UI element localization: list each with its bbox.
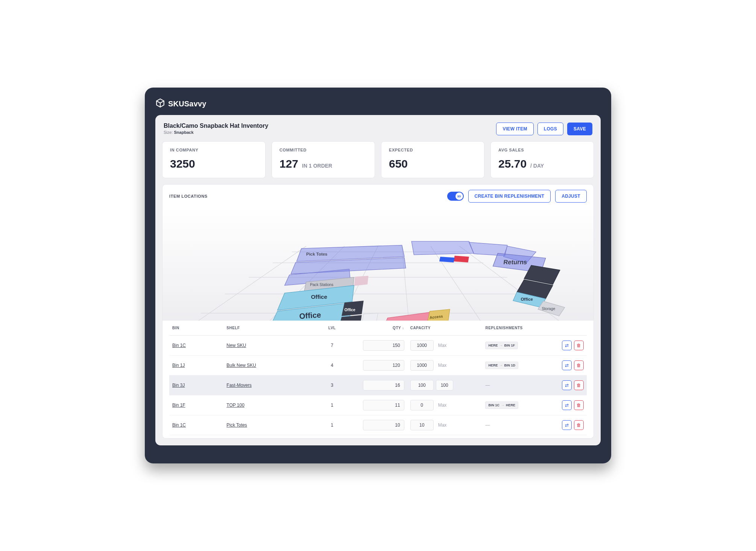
replenishment-badge[interactable]: HERE→BIN 1D xyxy=(485,362,518,369)
svg-text:Storage: Storage xyxy=(542,307,555,311)
logs-button[interactable]: LOGS xyxy=(537,123,563,135)
shelf-link[interactable]: TOP 100 xyxy=(226,403,244,408)
bin-link[interactable]: Bin 1J xyxy=(172,363,185,368)
cube-icon xyxy=(155,98,165,110)
trash-icon: 🗑 xyxy=(577,383,581,388)
qty-input[interactable]: 120 xyxy=(363,360,404,371)
svg-text:Pack Stations: Pack Stations xyxy=(310,283,333,287)
capacity-input[interactable]: 1000 xyxy=(410,340,434,351)
arrow-right-icon: → xyxy=(499,344,502,347)
toggle-3d[interactable]: 3D xyxy=(447,192,464,201)
col-shelf[interactable]: SHELF xyxy=(223,321,315,336)
transfer-button[interactable]: ⇄ xyxy=(562,420,572,430)
page-subtitle: Size: Snapback xyxy=(164,130,268,135)
svg-text:Pick Totes: Pick Totes xyxy=(306,252,327,256)
transfer-icon: ⇄ xyxy=(565,343,569,348)
locations-panel: ITEM LOCATIONS 3D CREATE BIN REPLENISHME… xyxy=(162,184,594,439)
trash-icon: 🗑 xyxy=(577,343,581,348)
replenishment-badge[interactable]: HERE→BIN 1F xyxy=(485,342,518,349)
capacity-input[interactable]: 100 xyxy=(410,380,434,391)
locations-title: ITEM LOCATIONS xyxy=(169,194,208,198)
toggle-3d-knob: 3D xyxy=(455,192,463,200)
transfer-icon: ⇄ xyxy=(565,422,569,428)
content-card: Black/Camo Snapback Hat Inventory Size: … xyxy=(155,115,601,445)
qty-input[interactable]: 10 xyxy=(363,420,404,430)
lvl-cell: 4 xyxy=(315,356,349,375)
trash-icon: 🗑 xyxy=(577,403,581,408)
col-capacity[interactable]: CAPACITY xyxy=(407,321,483,336)
bin-link[interactable]: Bin 1C xyxy=(172,343,186,348)
capacity-max-label: Max xyxy=(438,363,449,368)
delete-button[interactable]: 🗑 xyxy=(574,400,584,410)
create-replenishment-button[interactable]: CREATE BIN REPLENISHMENT xyxy=(468,190,551,203)
svg-marker-44 xyxy=(361,313,378,321)
col-bin[interactable]: BIN xyxy=(169,321,223,336)
bin-link[interactable]: Bin 3J xyxy=(172,383,185,388)
replenishment-badge[interactable]: BIN 1C→HERE xyxy=(485,401,518,409)
shelf-link[interactable]: New SKU xyxy=(226,343,246,348)
col-replenishments[interactable]: REPLENISHMENTS xyxy=(482,321,553,336)
replenishment-empty: — xyxy=(485,422,490,428)
svg-marker-18 xyxy=(439,257,455,262)
qty-input[interactable]: 16 xyxy=(363,380,404,391)
warehouse-3d-map[interactable]: Returns Office Storage xyxy=(162,208,594,321)
transfer-icon: ⇄ xyxy=(565,363,569,368)
stat-in-company: IN COMPANY 3250 xyxy=(162,141,266,178)
capacity-max-label: Max xyxy=(438,343,449,348)
shelf-link[interactable]: Fast-Movers xyxy=(226,383,252,388)
delete-button[interactable]: 🗑 xyxy=(574,420,584,430)
transfer-button[interactable]: ⇄ xyxy=(562,400,572,410)
delete-button[interactable]: 🗑 xyxy=(574,380,584,390)
capacity-max-label: Max xyxy=(438,403,449,408)
svg-marker-12 xyxy=(411,241,474,255)
qty-input[interactable]: 11 xyxy=(363,400,404,410)
sort-desc-icon: ↓ xyxy=(402,326,404,330)
save-button[interactable]: SAVE xyxy=(567,123,592,135)
arrow-right-icon: → xyxy=(501,403,504,407)
svg-text:Office: Office xyxy=(311,294,327,300)
transfer-icon: ⇄ xyxy=(565,383,569,388)
col-qty[interactable]: QTY↓ xyxy=(349,321,407,336)
table-row[interactable]: Bin 1CNew SKU71501000MaxHERE→BIN 1F⇄🗑 xyxy=(169,336,587,356)
capacity-input[interactable]: 0 xyxy=(410,400,434,410)
brand-logo: SKUSavvy xyxy=(155,98,206,110)
transfer-icon: ⇄ xyxy=(565,403,569,408)
stat-expected: EXPECTED 650 xyxy=(381,141,484,178)
stat-avg-sales: AVG SALES 25.70 / DAY xyxy=(490,141,594,178)
svg-marker-46 xyxy=(373,312,431,321)
transfer-button[interactable]: ⇄ xyxy=(562,360,572,370)
qty-input[interactable]: 150 xyxy=(363,340,404,351)
device-frame: SKUSavvy Black/Camo Snapback Hat Invento… xyxy=(145,88,611,463)
table-row[interactable]: Bin 1JBulk New SKU41201000MaxHERE→BIN 1D… xyxy=(169,356,587,375)
page-title: Black/Camo Snapback Hat Inventory xyxy=(164,123,268,129)
svg-marker-31 xyxy=(354,276,368,286)
brand-name: SKUSavvy xyxy=(168,100,206,108)
bin-link[interactable]: Bin 1F xyxy=(172,403,185,408)
delete-button[interactable]: 🗑 xyxy=(574,341,584,350)
transfer-button[interactable]: ⇄ xyxy=(562,341,572,350)
table-row[interactable]: Bin 3JFast-Movers316100100—⇄🗑 xyxy=(169,375,587,395)
shelf-link[interactable]: Bulk New SKU xyxy=(226,363,256,368)
shelf-link[interactable]: Pick Totes xyxy=(226,422,247,428)
lvl-cell: 1 xyxy=(315,415,349,435)
locations-table: BIN SHELF LVL QTY↓ CAPACITY REPLENISHMEN… xyxy=(169,321,587,435)
capacity-input[interactable]: 10 xyxy=(410,420,434,430)
lvl-cell: 1 xyxy=(315,395,349,415)
capacity-max-input[interactable]: 100 xyxy=(436,380,453,391)
transfer-button[interactable]: ⇄ xyxy=(562,380,572,390)
col-lvl[interactable]: LVL xyxy=(315,321,349,336)
lvl-cell: 7 xyxy=(315,336,349,356)
trash-icon: 🗑 xyxy=(577,363,581,368)
stat-committed: COMMITTED 127 IN 1 ORDER xyxy=(272,141,375,178)
adjust-button[interactable]: ADJUST xyxy=(555,190,587,203)
delete-button[interactable]: 🗑 xyxy=(574,360,584,370)
arrow-right-icon: → xyxy=(499,363,502,367)
svg-line-9 xyxy=(402,246,411,321)
svg-text:Returns: Returns xyxy=(503,259,527,266)
view-item-button[interactable]: VIEW ITEM xyxy=(496,123,533,135)
table-row[interactable]: Bin 1CPick Totes11010Max—⇄🗑 xyxy=(169,415,587,435)
capacity-input[interactable]: 1000 xyxy=(410,360,434,371)
bin-link[interactable]: Bin 1C xyxy=(172,422,186,428)
svg-text:Office: Office xyxy=(345,308,355,312)
table-row[interactable]: Bin 1FTOP 1001110MaxBIN 1C→HERE⇄🗑 xyxy=(169,395,587,415)
